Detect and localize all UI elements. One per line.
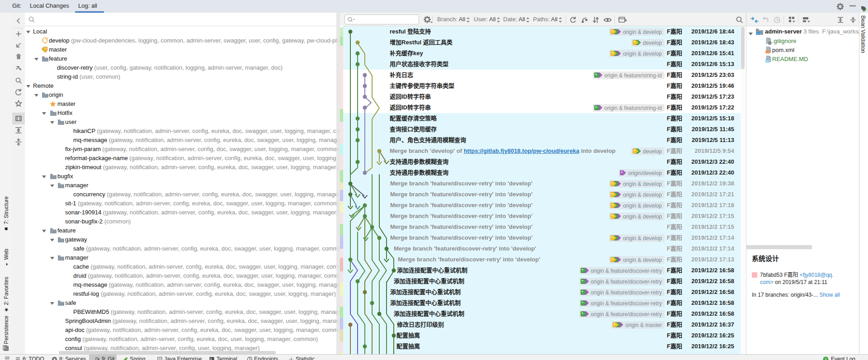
svg-text:MD: MD bbox=[766, 60, 770, 62]
svg-text:2: 2 bbox=[825, 357, 827, 360]
svg-text:<>: <> bbox=[766, 51, 770, 53]
